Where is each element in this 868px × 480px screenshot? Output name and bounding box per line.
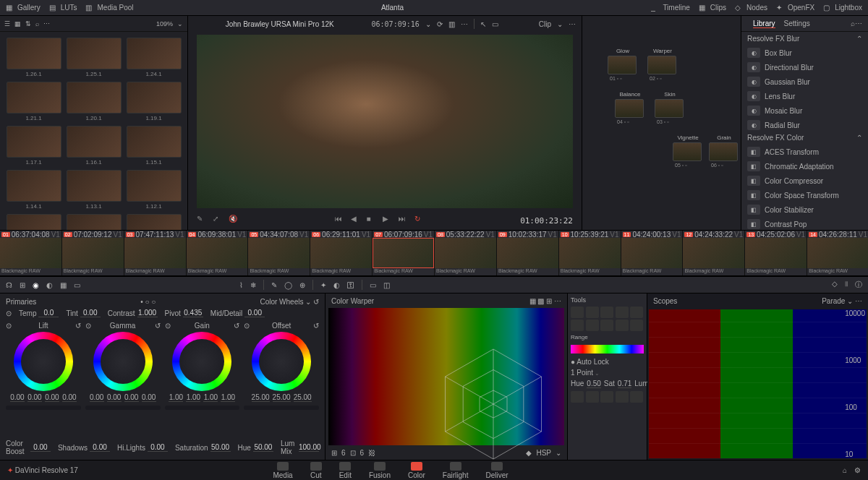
fx-item[interactable]: ◧Color Compressor: [741, 173, 868, 188]
timeline-clip[interactable]: 0207:02:09:12V1Blackmagic RAW: [62, 231, 124, 275]
node-warper[interactable]: Warper02 ▫ ▫: [647, 56, 676, 74]
wheel-master-slider[interactable]: [165, 406, 240, 410]
wheel-reset-icon[interactable]: ↺: [313, 322, 319, 330]
tab-gallery[interactable]: ▦Gallery: [6, 4, 41, 12]
link-icon[interactable]: ⛓: [368, 449, 375, 457]
stop-icon[interactable]: ■: [367, 215, 378, 226]
tool-push[interactable]: [616, 307, 629, 318]
fx-tab-library[interactable]: Library: [753, 20, 775, 28]
tool-pull[interactable]: [630, 307, 643, 318]
node-add-icon[interactable]: ▭: [492, 20, 498, 28]
hue-value[interactable]: 50.00: [253, 443, 273, 452]
pointer-icon[interactable]: ↖: [480, 20, 486, 28]
fx-item[interactable]: ◧ACES Transform: [741, 145, 868, 159]
wheel-reset-icon[interactable]: ↺: [234, 322, 239, 330]
tool-qualifier-icon[interactable]: ✎: [271, 281, 277, 289]
colorboost-value[interactable]: 0.00: [30, 443, 51, 452]
gallery-search-icon[interactable]: ⌕: [35, 20, 39, 27]
gallery-thumb[interactable]: 1.17.1: [6, 126, 61, 166]
gallery-thumb[interactable]: 1.14.1: [6, 170, 61, 210]
timeline-clip[interactable]: 1204:24:33:22V1Blackmagic RAW: [683, 231, 745, 275]
node-canvas[interactable]: Glow01 ▫ ▫Warper02 ▫ ▫Balance04 ▫ ▫Skin0…: [582, 16, 741, 214]
fx-item[interactable]: ◧Chromatic Adaptation: [741, 159, 868, 173]
wheel-master-slider[interactable]: [6, 406, 81, 410]
tool-pin[interactable]: [600, 307, 613, 318]
node-vignette[interactable]: Vignette05 ▫ ▫: [673, 142, 702, 161]
chevron-down-icon[interactable]: ⌄: [305, 298, 311, 306]
tool-custom-icon[interactable]: ⊞: [20, 281, 25, 289]
tool-d[interactable]: [616, 320, 629, 331]
play-icon[interactable]: ▶: [383, 215, 394, 226]
gallery-thumb[interactable]: 1.12.1: [126, 170, 182, 210]
page-cut[interactable]: Cut: [310, 462, 322, 479]
timeline-clip[interactable]: 0307:47:11:13V1Blackmagic RAW: [124, 231, 187, 275]
wheel-value[interactable]: 0.00: [107, 393, 122, 402]
wheel-value[interactable]: 25.00: [294, 393, 312, 402]
warper-canvas[interactable]: [328, 308, 564, 445]
saturation-value[interactable]: 50.00: [210, 443, 231, 452]
tool-reset[interactable]: [630, 391, 643, 403]
color-wheel[interactable]: [172, 332, 231, 391]
tool-i[interactable]: [616, 391, 629, 403]
tool-curve-icon[interactable]: ☊: [6, 281, 12, 289]
nodes-chevron-icon[interactable]: ⌄: [557, 20, 563, 28]
wheel-picker-icon[interactable]: ⊙: [85, 322, 91, 330]
tab-luts[interactable]: ▤LUTs: [49, 4, 77, 12]
fx-item[interactable]: ◐Box Blur: [741, 46, 868, 60]
tool-window-icon[interactable]: ◯: [284, 281, 292, 289]
fx-section-blur[interactable]: Resolve FX Blur⌃: [741, 32, 868, 46]
zoom-chevron-icon[interactable]: ⌄: [177, 20, 183, 27]
tool-camera-icon[interactable]: ▭: [74, 281, 80, 289]
wheel-value[interactable]: 1.00: [186, 393, 200, 402]
warper-res-a-icon[interactable]: ⊞: [331, 449, 337, 457]
tab-openfx[interactable]: ✦OpenFX: [776, 4, 814, 12]
tab-nodes[interactable]: ◇Nodes: [735, 4, 767, 12]
tool-primaries-icon[interactable]: ◉: [33, 281, 39, 289]
tool-tracker-icon[interactable]: ⊕: [299, 281, 305, 289]
gallery-sort-icon[interactable]: ⇅: [25, 20, 31, 27]
tint-value[interactable]: 0.00: [80, 309, 101, 317]
tool-a[interactable]: [571, 320, 584, 331]
warper-grid-a-icon[interactable]: ▦: [529, 297, 536, 305]
timeline-clip[interactable]: 0606:29:11:01V1Blackmagic RAW: [310, 231, 373, 275]
wheel-value[interactable]: 0.00: [124, 393, 139, 402]
timeline-clip[interactable]: 1010:25:39:21V1Blackmagic RAW: [559, 231, 621, 275]
tool-blur-icon[interactable]: ◐: [333, 281, 340, 289]
timeline-thumbnails[interactable]: 0106:37:04:08V1Blackmagic RAW0207:02:09:…: [0, 230, 868, 276]
fx-item[interactable]: ◐Gaussian Blur: [741, 74, 868, 89]
wheel-value[interactable]: 1.00: [169, 393, 183, 402]
fx-item[interactable]: ◐Radial Blur: [741, 118, 868, 131]
scopes-mode[interactable]: Parade: [822, 297, 845, 305]
nodes-scope[interactable]: Clip: [539, 20, 551, 28]
color-wheel[interactable]: [93, 332, 153, 391]
tool-select[interactable]: [571, 307, 584, 318]
tool-3d-icon[interactable]: ◫: [383, 281, 390, 289]
zoom-value[interactable]: 109%: [156, 20, 173, 27]
gallery-view-list-icon[interactable]: ☰: [4, 20, 10, 27]
wheel-reset-icon[interactable]: ↺: [155, 322, 161, 330]
fx-item[interactable]: ◧Color Space Transform: [741, 188, 868, 202]
tab-lightbox[interactable]: ▢Lightbox: [823, 4, 862, 12]
fx-item[interactable]: ◐Directional Blur: [741, 60, 868, 74]
tool-curve2-icon[interactable]: ⌇: [239, 281, 243, 289]
temp-value[interactable]: 0.0: [38, 309, 59, 317]
nodes-more-icon[interactable]: ⋯: [569, 20, 576, 28]
wheel-master-slider[interactable]: [244, 406, 319, 410]
wheel-value[interactable]: 25.00: [252, 393, 270, 402]
tool-c[interactable]: [600, 320, 613, 331]
gallery-view-grid-icon[interactable]: ▦: [14, 20, 21, 27]
warper-grid-c-icon[interactable]: ⊞: [546, 297, 552, 305]
gallery-thumb[interactable]: 1.26.1: [6, 38, 61, 77]
goto-first-icon[interactable]: ⏮: [335, 215, 346, 226]
tool-magic-icon[interactable]: ✦: [320, 281, 326, 289]
timeline-clip[interactable]: 0805:33:22:22V1Blackmagic RAW: [435, 231, 497, 275]
tool-key-icon[interactable]: ⚿: [347, 281, 354, 289]
viewer-canvas[interactable]: [197, 35, 573, 208]
tool-b[interactable]: [586, 320, 599, 331]
wheel-master-slider[interactable]: [85, 406, 161, 410]
tool-scopes-icon[interactable]: ⦀: [845, 280, 848, 290]
color-wheel[interactable]: [14, 332, 73, 391]
mute-icon[interactable]: 🔇: [229, 215, 240, 226]
wheel-picker-icon[interactable]: ⊙: [244, 322, 250, 330]
tool-keyframes-icon[interactable]: ◇: [832, 280, 838, 290]
